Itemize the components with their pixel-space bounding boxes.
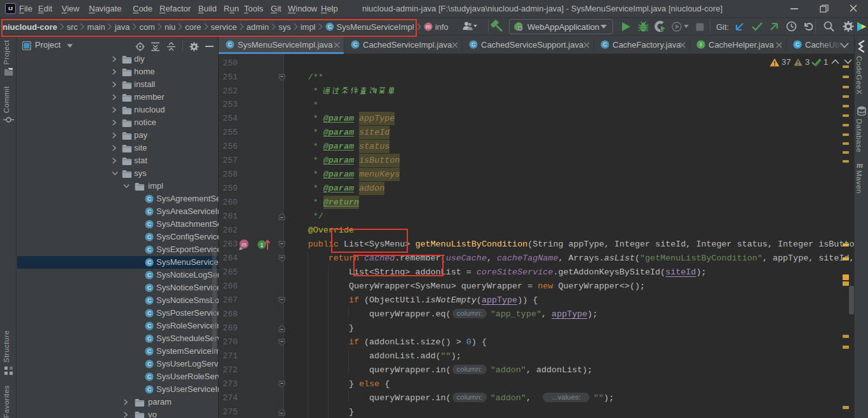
svg-text:C: C bbox=[147, 208, 152, 215]
svg-text:C: C bbox=[147, 285, 152, 291]
svg-text:C: C bbox=[147, 323, 152, 329]
svg-text:C: C bbox=[147, 221, 152, 227]
svg-text:C: C bbox=[147, 234, 152, 240]
svg-text:C: C bbox=[147, 297, 152, 304]
svg-text:C: C bbox=[353, 41, 358, 48]
svg-text:C: C bbox=[228, 41, 233, 48]
svg-text:C: C bbox=[147, 335, 152, 342]
svg-text:1: 1 bbox=[260, 242, 263, 248]
svg-text:C: C bbox=[147, 386, 152, 393]
svg-text:C: C bbox=[796, 41, 800, 48]
svg-text:C: C bbox=[147, 361, 152, 367]
svg-text:C: C bbox=[147, 310, 152, 316]
svg-text:C: C bbox=[147, 272, 152, 278]
svg-text:C: C bbox=[147, 259, 152, 266]
svg-text:C: C bbox=[471, 41, 476, 48]
svg-text:C: C bbox=[147, 246, 152, 253]
svg-text:C: C bbox=[147, 348, 152, 354]
svg-text:m: m bbox=[241, 241, 247, 248]
svg-text:I: I bbox=[700, 41, 702, 48]
svg-text:C: C bbox=[603, 41, 607, 48]
svg-text:C: C bbox=[147, 374, 152, 380]
svg-text:C: C bbox=[147, 196, 152, 202]
svg-text:m: m bbox=[426, 24, 431, 30]
